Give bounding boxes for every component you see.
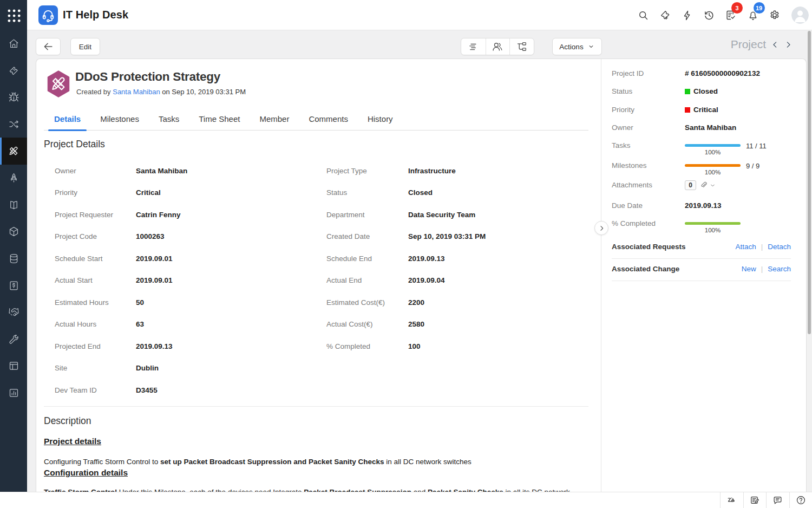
approvals-button[interactable]: 3	[720, 0, 742, 30]
field-value: Infrastructure	[408, 160, 588, 182]
sidebar-item-cmdb-database[interactable]	[0, 245, 27, 272]
attachments-count-box[interactable]: 0	[685, 180, 696, 190]
record-toolbar: Edit Actions Project	[27, 30, 812, 58]
history-button[interactable]	[698, 0, 721, 30]
sidebar-item-admin-wrench[interactable]	[0, 326, 27, 353]
detach-link[interactable]: Detach	[768, 242, 791, 252]
quick-actions-button[interactable]	[676, 0, 698, 30]
sidebar-item-contracts-handshake[interactable]	[0, 299, 27, 326]
section-links: Attach|Detach	[735, 242, 791, 252]
progress-percent: 100%	[685, 226, 741, 235]
text-run: Under this Milestone, each of the device…	[117, 488, 304, 492]
edit-button[interactable]: Edit	[70, 38, 100, 55]
attach-link[interactable]: Attach	[735, 242, 756, 252]
field-value: 2019.09.01	[136, 248, 326, 270]
back-button[interactable]	[36, 38, 61, 55]
description-subheading: Project details	[44, 436, 588, 446]
field-label: Project Type	[326, 160, 408, 182]
solutions-book-icon	[8, 199, 19, 211]
zia-button[interactable]	[720, 492, 743, 508]
progress-count: 9 / 9	[746, 161, 759, 171]
panel-collapse-handle[interactable]	[594, 221, 608, 235]
sidebar-item-projects[interactable]	[0, 138, 27, 165]
progress-count: 11 / 11	[746, 141, 767, 151]
field-label: Status	[326, 182, 408, 204]
field-value: 2019.09.13	[408, 248, 588, 270]
app-switcher-waffle-icon[interactable]	[0, 0, 27, 30]
entity-pager: Project	[731, 30, 793, 58]
field-value: 1000263	[136, 226, 326, 248]
history-icon	[703, 9, 715, 21]
description-paragraph: Configuring Traffic Storm Control to set…	[44, 457, 588, 467]
text-run: Packet Broadcast Suppression	[304, 488, 411, 492]
sidebar-item-reports-chart[interactable]	[0, 380, 27, 407]
field-value: 100	[408, 335, 588, 357]
sidebar-item-home[interactable]	[0, 30, 27, 57]
app-logo[interactable]	[38, 5, 58, 25]
status-color-square	[685, 89, 690, 94]
search-button[interactable]	[632, 0, 654, 30]
home-icon	[8, 38, 19, 49]
notes-button[interactable]	[743, 492, 767, 508]
summary-label: Priority	[612, 105, 634, 115]
gantt-view-button[interactable]	[461, 38, 486, 55]
tab-history[interactable]: History	[368, 108, 393, 131]
user-avatar[interactable]	[791, 6, 809, 24]
field-value: 63	[136, 314, 326, 336]
created-by-user-link[interactable]: Santa Mahiban	[113, 88, 160, 96]
paperclip-icon	[699, 181, 709, 190]
description-paragraph: Traffic Storm Control Under this Milesto…	[44, 487, 588, 492]
tab-member[interactable]: Member	[259, 108, 289, 131]
summary-value: Critical	[693, 106, 718, 114]
headset-icon	[41, 8, 55, 22]
text-run: Packet Broadcast Suppression	[184, 458, 292, 466]
tree-view-button[interactable]	[509, 38, 534, 55]
field-label: Actual End	[326, 270, 408, 292]
actions-dropdown-button[interactable]: Actions	[552, 38, 602, 55]
members-view-button[interactable]	[486, 38, 510, 55]
sidebar-item-changes-shuffle[interactable]	[0, 111, 27, 138]
tab-milestones[interactable]: Milestones	[100, 108, 139, 131]
sidebar-item-solutions-book[interactable]	[0, 192, 27, 219]
new-link[interactable]: New	[742, 264, 756, 274]
sidebar-item-purchases-invoice[interactable]	[0, 272, 27, 299]
changes-shuffle-icon	[8, 119, 19, 130]
tab-details[interactable]: Details	[48, 108, 87, 131]
section-title-associated-requests: Associated Requests	[612, 242, 686, 252]
releases-rocket-icon	[8, 172, 19, 184]
notifications-bell-button[interactable]: 19	[742, 0, 764, 30]
text-run: Configuring Traffic Storm Control to	[44, 458, 160, 466]
field-label: Actual Hours	[55, 314, 136, 336]
link-separator: |	[761, 242, 763, 252]
ticket-add-button[interactable]	[654, 0, 677, 30]
tab-time-sheet[interactable]: Time Sheet	[199, 108, 240, 131]
field-label: Project Code	[55, 226, 136, 248]
help-button[interactable]	[789, 492, 812, 508]
chat-button[interactable]	[766, 492, 789, 508]
chevron-down-icon	[587, 43, 595, 50]
next-record-button[interactable]	[784, 41, 793, 49]
project-title: DDoS Protection Strategy	[75, 70, 220, 84]
view-switcher-group	[461, 38, 534, 55]
settings-gear-button[interactable]	[764, 0, 786, 30]
attachments-menu[interactable]	[699, 180, 716, 190]
sidebar-item-requests-ticket[interactable]	[0, 57, 27, 84]
sidebar-item-problems-bug[interactable]	[0, 84, 27, 111]
dashboard-window-icon	[8, 360, 19, 372]
sidebar-item-assets-box[interactable]	[0, 218, 27, 245]
scrollbar-thumb[interactable]	[808, 31, 811, 334]
search-link[interactable]: Search	[768, 264, 791, 274]
sidebar-item-dashboard-window[interactable]	[0, 353, 27, 380]
previous-record-button[interactable]	[771, 41, 779, 49]
back-arrow-icon	[42, 41, 54, 53]
sidebar-item-releases-rocket[interactable]	[0, 165, 27, 192]
notes-icon	[750, 495, 760, 505]
user-avatar-icon	[791, 6, 809, 24]
summary-value: Santa Mahiban	[685, 123, 736, 133]
waffle-icon	[6, 8, 21, 22]
section-divider	[44, 406, 588, 407]
field-empty	[326, 357, 408, 380]
tab-tasks[interactable]: Tasks	[159, 108, 179, 131]
summary-label: Status	[612, 87, 632, 96]
tab-comments[interactable]: Comments	[309, 108, 348, 131]
